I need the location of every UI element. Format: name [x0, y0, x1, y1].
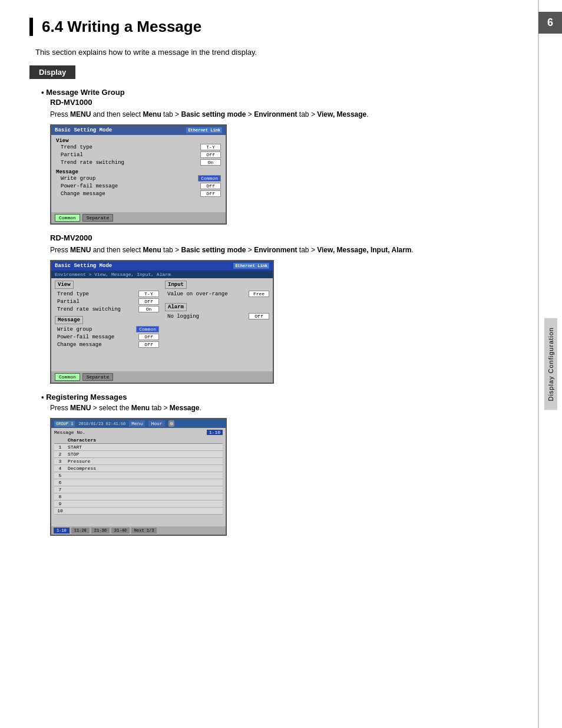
change-msg-label: Change message — [61, 191, 105, 197]
trend-type-value: T-Y — [200, 144, 221, 150]
rd-mv1000-instruction: Press MENU and then select Menu tab > Ba… — [50, 109, 508, 120]
table-row[interactable]: 4Decompress — [54, 465, 223, 472]
footer-btn-2[interactable]: 21-30 — [91, 528, 110, 533]
screenshot2-footer: Common Separate — [51, 371, 273, 383]
power-fail-value: Off — [200, 183, 221, 189]
table-row[interactable]: 2STOP — [54, 451, 223, 458]
table-row[interactable]: 5 — [54, 472, 223, 479]
display-badge: Display — [29, 65, 75, 79]
input-section: Input — [165, 281, 187, 289]
view-section-label: View — [56, 138, 221, 144]
rd-mv2000-title: RD-MV2000 — [50, 233, 508, 242]
table-row[interactable]: 3Pressure — [54, 458, 223, 465]
msg-footer: 1-1011-2021-3031-40Next 1/3 — [51, 526, 226, 535]
btn2-common: Common — [55, 373, 80, 381]
ethernet-icon2: Ethernet Link — [233, 263, 269, 269]
settings-icon[interactable]: ⚙ — [168, 420, 175, 427]
message-list-screenshot: GROUP 1 2018/01/23 02:41:50 Menu Hour ⚙ … — [50, 418, 227, 536]
bullet-message-write-group: Message Write Group — [41, 88, 508, 97]
table-row[interactable]: 8 — [54, 493, 223, 500]
alarm-section: Alarm — [165, 303, 187, 311]
message-table: Characters 1START2STOP3Pressure4Decompre… — [54, 437, 223, 515]
screenshot2-header: Basic Setting Mode Ethernet Link — [51, 261, 273, 271]
intro-text: This section explains how to write a mes… — [35, 48, 508, 57]
footer-btn-4[interactable]: Next 1/3 — [131, 528, 157, 533]
registering-messages-instruction: Press MENU > select the Menu tab > Messa… — [50, 403, 508, 413]
message-section2: Message — [55, 316, 83, 324]
message-no-label: Message No. — [54, 430, 85, 435]
rd-mv2000-screenshot: Basic Setting Mode Ethernet Link Environ… — [50, 260, 274, 384]
table-row[interactable]: 9 — [54, 500, 223, 508]
page-title: 6.4 Writing a Message — [29, 18, 508, 36]
rd-mv1000-title: RD-MV1000 — [50, 98, 508, 107]
right-sidebar: 6 Display Configuration — [538, 0, 562, 728]
table-row[interactable]: 7 — [54, 486, 223, 493]
msg-header: GROUP 1 2018/01/23 02:41:50 Menu Hour ⚙ — [51, 419, 226, 428]
power-fail-label: Power-fail message — [61, 183, 118, 189]
screenshot1-header: Basic Setting Mode Ethernet Link — [51, 126, 226, 135]
screenshot2-tab: Environment > View, Message, Input, Alar… — [51, 271, 273, 278]
trend-rate-label: Trend rate switching — [61, 160, 124, 166]
partial-label: Partial — [61, 152, 83, 158]
message-no-range: 1-10 — [207, 430, 223, 435]
screenshot1-footer: Common Separate — [51, 212, 226, 223]
write-group-value: Common — [198, 175, 221, 182]
rd-mv2000-instruction: Press MENU and then select Menu tab > Ba… — [50, 245, 508, 255]
change-msg-value: Off — [200, 190, 221, 197]
footer-btn-3[interactable]: 31-40 — [111, 528, 130, 533]
hour-btn[interactable]: Hour — [148, 420, 164, 427]
btn-common: Common — [55, 214, 80, 222]
btn2-separate: Separate — [82, 373, 113, 381]
trend-rate-value: On — [200, 159, 221, 166]
bullet-registering-messages: Registering Messages — [41, 393, 508, 401]
table-row[interactable]: 1START — [54, 444, 223, 451]
message-section-label: Message — [56, 169, 221, 175]
sidebar-label: Display Configuration — [544, 318, 557, 410]
partial-value: Off — [200, 151, 221, 158]
table-row[interactable]: 6 — [54, 479, 223, 486]
table-row[interactable]: 10 — [54, 508, 223, 515]
view-section2: View — [55, 281, 74, 289]
trend-type-label: Trend type — [61, 144, 92, 150]
num-col-header — [54, 437, 66, 444]
chars-col-header: Characters — [66, 437, 223, 444]
menu-btn[interactable]: Menu — [129, 420, 145, 427]
write-group-label: Write group — [61, 176, 95, 182]
sidebar-number: 6 — [538, 12, 562, 34]
ethernet-icon: Ethernet Link — [186, 127, 222, 133]
footer-btn-1[interactable]: 11-20 — [71, 528, 90, 533]
btn-separate: Separate — [82, 214, 113, 222]
rd-mv1000-screenshot: Basic Setting Mode Ethernet Link View Tr… — [50, 124, 227, 225]
footer-btn-0[interactable]: 1-10 — [54, 528, 70, 533]
